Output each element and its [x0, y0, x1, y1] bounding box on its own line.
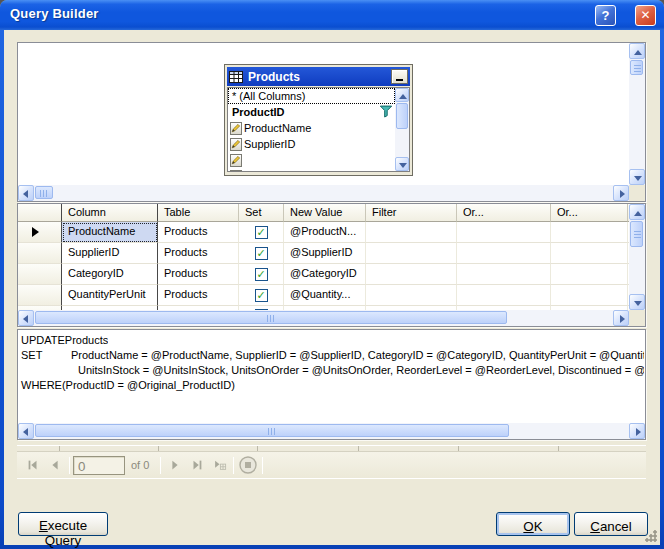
move-next-button[interactable]	[164, 455, 186, 475]
grid-header-table[interactable]: Table	[158, 204, 239, 222]
cell-column[interactable]: SupplierID	[62, 243, 158, 264]
grid-header-new-value[interactable]: New Value	[284, 204, 366, 222]
cell-set[interactable]: ✓	[239, 285, 284, 306]
row-selector[interactable]	[18, 264, 62, 285]
grid-header-set[interactable]: Set	[239, 204, 284, 222]
cell-set[interactable]: ✓	[239, 222, 284, 243]
checkbox-checked[interactable]: ✓	[255, 226, 268, 239]
grid-header-or1[interactable]: Or...	[457, 204, 551, 222]
scroll-left-button[interactable]	[18, 423, 34, 439]
execute-query-button[interactable]: Execute Query	[18, 512, 108, 536]
cell-or2[interactable]	[551, 264, 628, 285]
cell-or2[interactable]	[551, 285, 628, 306]
scroll-right-button[interactable]	[613, 310, 629, 326]
panel-minimize-button[interactable]	[391, 69, 408, 84]
diagram-horizontal-scrollbar[interactable]	[18, 185, 629, 201]
move-last-button[interactable]	[186, 455, 208, 475]
cell-table[interactable]: Products	[158, 264, 239, 285]
criteria-grid-pane[interactable]: Column Table Set New Value Filter Or... …	[17, 203, 646, 327]
cell-or1[interactable]	[457, 264, 551, 285]
cell-new-value[interactable]: @ProductN...	[284, 222, 366, 243]
record-position-input[interactable]	[73, 456, 125, 475]
scrollbar-thumb[interactable]	[35, 311, 507, 324]
cell-or1[interactable]	[457, 285, 551, 306]
scroll-left-button[interactable]	[18, 310, 34, 326]
cell-table[interactable]: Products	[158, 243, 239, 264]
title-bar[interactable]: Query Builder ? ✕	[0, 0, 664, 30]
products-table-panel[interactable]: Products * (All Columns) ProductID	[224, 64, 413, 176]
sql-text[interactable]: UPDATE Products SET ProductName = @Produ…	[18, 333, 644, 423]
record-navigator: of 0	[17, 452, 646, 479]
scroll-down-button[interactable]	[629, 169, 645, 185]
cell-column[interactable]: CategoryID	[62, 264, 158, 285]
filter-funnel-icon	[379, 105, 393, 118]
cell-set[interactable]: ✓	[239, 264, 284, 285]
grid-vertical-scrollbar[interactable]	[629, 204, 645, 310]
cell-or1[interactable]	[457, 243, 551, 264]
checkbox-checked[interactable]: ✓	[255, 289, 268, 302]
scroll-right-button[interactable]	[629, 423, 645, 439]
pencil-icon	[230, 138, 242, 151]
check-icon: ✓	[256, 268, 265, 280]
ok-button[interactable]: OK	[496, 512, 570, 536]
move-previous-button[interactable]	[44, 455, 66, 475]
scroll-right-button[interactable]	[613, 185, 629, 201]
cell-or1[interactable]	[457, 222, 551, 243]
grid-header-or2[interactable]: Or...	[551, 204, 628, 222]
move-first-button[interactable]	[22, 455, 44, 475]
separator	[233, 457, 234, 474]
grid-header-filter[interactable]: Filter	[366, 204, 457, 222]
grid-horizontal-scrollbar[interactable]	[18, 310, 629, 326]
sql-pane[interactable]: UPDATE Products SET ProductName = @Produ…	[17, 329, 646, 440]
column-item-partial[interactable]	[228, 168, 395, 172]
diagram-pane[interactable]: Products * (All Columns) ProductID	[17, 42, 646, 202]
help-button[interactable]: ?	[595, 5, 616, 26]
column-item-productname[interactable]: ProductName	[228, 120, 395, 136]
cell-set[interactable]: ✓	[239, 243, 284, 264]
cell-column[interactable]: QuantityPerUnit	[62, 285, 158, 306]
checkbox-checked[interactable]: ✓	[255, 268, 268, 281]
scrollbar-thumb[interactable]	[630, 221, 643, 247]
cell-filter[interactable]	[366, 222, 457, 243]
row-selector[interactable]	[18, 243, 62, 264]
scroll-down-button[interactable]	[395, 157, 409, 171]
row-selector[interactable]	[18, 222, 62, 243]
cell-new-value[interactable]: @CategoryID	[284, 264, 366, 285]
cell-table[interactable]: Products	[158, 285, 239, 306]
cell-or2[interactable]	[551, 222, 628, 243]
scroll-left-button[interactable]	[18, 185, 34, 201]
products-list-scrollbar[interactable]	[395, 88, 409, 171]
close-button[interactable]: ✕	[635, 5, 656, 26]
scrollbar-thumb[interactable]	[35, 186, 53, 199]
cell-filter[interactable]	[366, 264, 457, 285]
cell-new-value[interactable]: @Quantity...	[284, 285, 366, 306]
checkbox-checked[interactable]: ✓	[255, 247, 268, 260]
cell-filter[interactable]	[366, 285, 457, 306]
cell-column[interactable]: ProductName	[62, 222, 158, 243]
column-item-all-columns[interactable]: * (All Columns)	[228, 88, 395, 104]
column-item-productid[interactable]: ProductID	[228, 104, 395, 120]
grid-header-column[interactable]: Column	[62, 204, 158, 222]
scroll-up-button[interactable]	[629, 204, 645, 220]
diagram-vertical-scrollbar[interactable]	[629, 43, 645, 185]
column-item-supplierid[interactable]: SupplierID	[228, 136, 395, 152]
cancel-query-button[interactable]	[237, 455, 259, 475]
scrollbar-thumb[interactable]	[630, 60, 643, 75]
column-item-categoryid[interactable]	[228, 152, 395, 168]
cell-or2[interactable]	[551, 243, 628, 264]
scrollbar-thumb[interactable]	[35, 424, 509, 437]
cell-table[interactable]: Products	[158, 222, 239, 243]
sql-horizontal-scrollbar[interactable]	[18, 423, 645, 439]
resize-grip[interactable]	[645, 530, 658, 543]
row-selector[interactable]	[18, 285, 62, 306]
move-new-row-button[interactable]	[208, 455, 230, 475]
scroll-down-button[interactable]	[629, 294, 645, 310]
cell-filter[interactable]	[366, 243, 457, 264]
cancel-button[interactable]: Cancel	[574, 512, 648, 536]
scrollbar-thumb[interactable]	[396, 103, 408, 129]
move-previous-icon	[48, 458, 62, 472]
cell-new-value[interactable]: @SupplierID	[284, 243, 366, 264]
scroll-up-button[interactable]	[629, 43, 645, 59]
scroll-up-button[interactable]	[395, 88, 409, 102]
products-panel-header[interactable]: Products	[227, 67, 410, 86]
